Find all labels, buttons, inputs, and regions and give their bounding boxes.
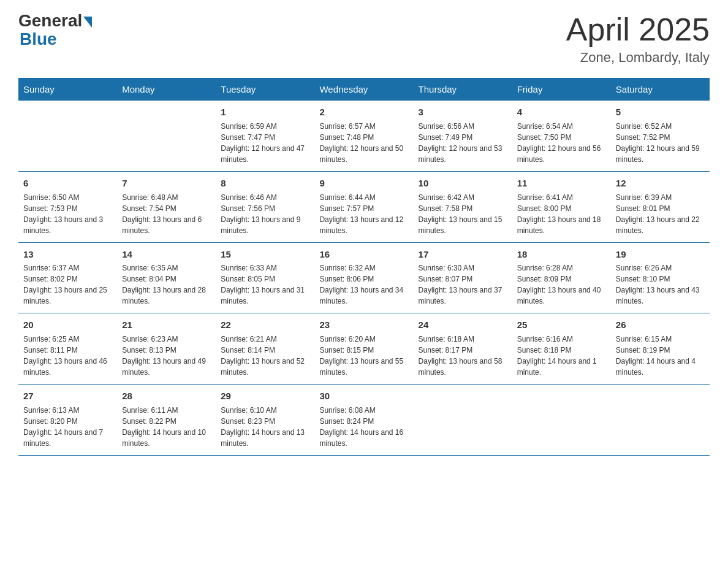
page-subtitle: Zone, Lombardy, Italy (566, 50, 710, 66)
calendar-cell: 1Sunrise: 6:59 AM Sunset: 7:47 PM Daylig… (216, 101, 314, 171)
calendar-cell: 18Sunrise: 6:28 AM Sunset: 8:09 PM Dayli… (512, 242, 611, 313)
day-detail: Sunrise: 6:37 AM Sunset: 8:02 PM Dayligh… (23, 262, 112, 307)
day-number: 13 (23, 248, 112, 261)
weekday-header-sunday: Sunday (18, 78, 117, 101)
title-block: April 2025 Zone, Lombardy, Italy (566, 12, 710, 66)
calendar-cell: 27Sunrise: 6:13 AM Sunset: 8:20 PM Dayli… (18, 385, 117, 456)
weekday-header-friday: Friday (512, 78, 611, 101)
calendar-cell (414, 385, 512, 456)
day-detail: Sunrise: 6:32 AM Sunset: 8:06 PM Dayligh… (319, 262, 408, 307)
calendar-cell: 22Sunrise: 6:21 AM Sunset: 8:14 PM Dayli… (216, 313, 314, 385)
calendar-header: SundayMondayTuesdayWednesdayThursdayFrid… (18, 78, 710, 101)
day-detail: Sunrise: 6:15 AM Sunset: 8:19 PM Dayligh… (616, 334, 705, 378)
calendar-cell: 4Sunrise: 6:54 AM Sunset: 7:50 PM Daylig… (512, 101, 611, 171)
logo-general-text: General (18, 12, 82, 29)
calendar-week-row: 1Sunrise: 6:59 AM Sunset: 7:47 PM Daylig… (18, 101, 710, 171)
day-number: 3 (419, 105, 507, 119)
calendar-week-row: 6Sunrise: 6:50 AM Sunset: 7:53 PM Daylig… (18, 171, 710, 242)
weekday-header-tuesday: Tuesday (216, 78, 314, 101)
calendar-cell: 5Sunrise: 6:52 AM Sunset: 7:52 PM Daylig… (611, 101, 710, 171)
day-number: 10 (419, 177, 507, 190)
day-detail: Sunrise: 6:30 AM Sunset: 8:07 PM Dayligh… (419, 262, 507, 307)
day-number: 5 (616, 105, 705, 119)
day-number: 24 (419, 318, 507, 332)
page-header: General Blue April 2025 Zone, Lombardy, … (18, 12, 710, 66)
calendar-table: SundayMondayTuesdayWednesdayThursdayFrid… (18, 78, 710, 456)
day-number: 18 (517, 248, 606, 261)
day-number: 6 (23, 177, 112, 190)
day-number: 7 (122, 177, 211, 190)
day-number: 8 (221, 177, 309, 190)
day-detail: Sunrise: 6:20 AM Sunset: 8:15 PM Dayligh… (319, 334, 408, 378)
day-number: 22 (221, 318, 309, 332)
day-detail: Sunrise: 6:56 AM Sunset: 7:49 PM Dayligh… (419, 121, 507, 165)
calendar-cell: 16Sunrise: 6:32 AM Sunset: 8:06 PM Dayli… (314, 242, 413, 313)
day-detail: Sunrise: 6:26 AM Sunset: 8:10 PM Dayligh… (616, 262, 705, 307)
day-number: 12 (616, 177, 705, 190)
calendar-body: 1Sunrise: 6:59 AM Sunset: 7:47 PM Daylig… (18, 101, 710, 455)
day-detail: Sunrise: 6:35 AM Sunset: 8:04 PM Dayligh… (122, 262, 211, 307)
day-detail: Sunrise: 6:41 AM Sunset: 8:00 PM Dayligh… (517, 192, 606, 236)
calendar-cell: 12Sunrise: 6:39 AM Sunset: 8:01 PM Dayli… (611, 171, 710, 242)
day-detail: Sunrise: 6:42 AM Sunset: 7:58 PM Dayligh… (419, 192, 507, 236)
day-number: 19 (616, 248, 705, 261)
calendar-cell (611, 385, 710, 456)
day-detail: Sunrise: 6:28 AM Sunset: 8:09 PM Dayligh… (517, 262, 606, 307)
calendar-week-row: 13Sunrise: 6:37 AM Sunset: 8:02 PM Dayli… (18, 242, 710, 313)
calendar-cell (117, 101, 216, 171)
day-detail: Sunrise: 6:18 AM Sunset: 8:17 PM Dayligh… (419, 334, 507, 378)
day-detail: Sunrise: 6:39 AM Sunset: 8:01 PM Dayligh… (616, 192, 705, 236)
day-detail: Sunrise: 6:13 AM Sunset: 8:20 PM Dayligh… (23, 405, 112, 449)
weekday-header-wednesday: Wednesday (314, 78, 413, 101)
day-number: 29 (221, 389, 309, 403)
day-detail: Sunrise: 6:23 AM Sunset: 8:13 PM Dayligh… (122, 334, 211, 378)
day-detail: Sunrise: 6:33 AM Sunset: 8:05 PM Dayligh… (221, 262, 309, 307)
day-number: 16 (319, 248, 408, 261)
calendar-week-row: 20Sunrise: 6:25 AM Sunset: 8:11 PM Dayli… (18, 313, 710, 385)
day-detail: Sunrise: 6:50 AM Sunset: 7:53 PM Dayligh… (23, 192, 112, 236)
day-detail: Sunrise: 6:59 AM Sunset: 7:47 PM Dayligh… (221, 121, 309, 165)
day-number: 11 (517, 177, 606, 190)
day-detail: Sunrise: 6:48 AM Sunset: 7:54 PM Dayligh… (122, 192, 211, 236)
calendar-cell: 19Sunrise: 6:26 AM Sunset: 8:10 PM Dayli… (611, 242, 710, 313)
calendar-cell (18, 101, 117, 171)
logo: General Blue (18, 12, 92, 49)
day-number: 9 (319, 177, 408, 190)
day-detail: Sunrise: 6:08 AM Sunset: 8:24 PM Dayligh… (319, 405, 408, 449)
calendar-cell (512, 385, 611, 456)
day-detail: Sunrise: 6:10 AM Sunset: 8:23 PM Dayligh… (221, 405, 309, 449)
calendar-cell: 14Sunrise: 6:35 AM Sunset: 8:04 PM Dayli… (117, 242, 216, 313)
weekday-header-saturday: Saturday (611, 78, 710, 101)
day-detail: Sunrise: 6:44 AM Sunset: 7:57 PM Dayligh… (319, 192, 408, 236)
calendar-cell: 11Sunrise: 6:41 AM Sunset: 8:00 PM Dayli… (512, 171, 611, 242)
day-number: 27 (23, 389, 112, 403)
weekday-header-monday: Monday (117, 78, 216, 101)
logo-arrow-icon (83, 17, 92, 28)
calendar-cell: 20Sunrise: 6:25 AM Sunset: 8:11 PM Dayli… (18, 313, 117, 385)
day-number: 15 (221, 248, 309, 261)
day-detail: Sunrise: 6:16 AM Sunset: 8:18 PM Dayligh… (517, 334, 606, 378)
weekday-header-thursday: Thursday (414, 78, 512, 101)
calendar-cell: 10Sunrise: 6:42 AM Sunset: 7:58 PM Dayli… (414, 171, 512, 242)
calendar-cell: 6Sunrise: 6:50 AM Sunset: 7:53 PM Daylig… (18, 171, 117, 242)
day-number: 20 (23, 318, 112, 332)
weekday-header-row: SundayMondayTuesdayWednesdayThursdayFrid… (18, 78, 710, 101)
calendar-cell: 13Sunrise: 6:37 AM Sunset: 8:02 PM Dayli… (18, 242, 117, 313)
day-detail: Sunrise: 6:25 AM Sunset: 8:11 PM Dayligh… (23, 334, 112, 378)
logo-blue-text: Blue (20, 29, 57, 49)
day-number: 25 (517, 318, 606, 332)
day-number: 28 (122, 389, 211, 403)
day-detail: Sunrise: 6:21 AM Sunset: 8:14 PM Dayligh… (221, 334, 309, 378)
calendar-cell: 15Sunrise: 6:33 AM Sunset: 8:05 PM Dayli… (216, 242, 314, 313)
calendar-cell: 30Sunrise: 6:08 AM Sunset: 8:24 PM Dayli… (314, 385, 413, 456)
calendar-cell: 28Sunrise: 6:11 AM Sunset: 8:22 PM Dayli… (117, 385, 216, 456)
calendar-cell: 23Sunrise: 6:20 AM Sunset: 8:15 PM Dayli… (314, 313, 413, 385)
day-detail: Sunrise: 6:11 AM Sunset: 8:22 PM Dayligh… (122, 405, 211, 449)
day-number: 23 (319, 318, 408, 332)
calendar-cell: 24Sunrise: 6:18 AM Sunset: 8:17 PM Dayli… (414, 313, 512, 385)
day-detail: Sunrise: 6:46 AM Sunset: 7:56 PM Dayligh… (221, 192, 309, 236)
calendar-cell: 7Sunrise: 6:48 AM Sunset: 7:54 PM Daylig… (117, 171, 216, 242)
calendar-cell: 17Sunrise: 6:30 AM Sunset: 8:07 PM Dayli… (414, 242, 512, 313)
day-number: 14 (122, 248, 211, 261)
day-number: 30 (319, 389, 408, 403)
